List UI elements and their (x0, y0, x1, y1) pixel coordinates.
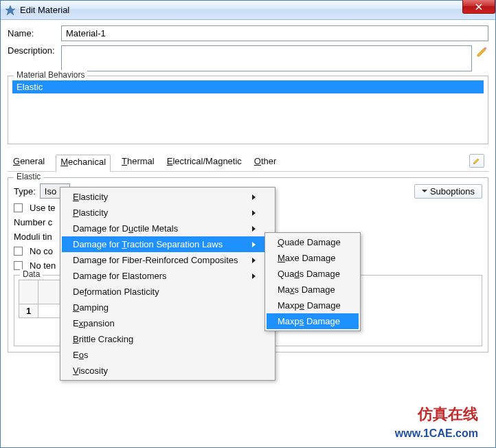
material-behaviors-group: Material Behaviors Elastic (8, 76, 488, 144)
menu-item[interactable]: Plasticity (62, 205, 273, 221)
footer-chinese: 仿真在线 (418, 404, 478, 425)
submenu-item[interactable]: Maxe Damage (267, 250, 359, 266)
mechanical-menu[interactable]: ElasticityPlasticityDamage for Ductile M… (60, 187, 275, 381)
table-header-blank (19, 280, 38, 304)
behaviors-group-label: Material Behaviors (14, 70, 87, 80)
svg-marker-0 (5, 5, 15, 15)
menu-item[interactable]: Damage for Traction Separation Laws (62, 236, 273, 252)
submenu-item[interactable]: Quads Damage (267, 266, 359, 282)
menu-item[interactable]: Expansion (62, 315, 273, 331)
moduli-label: Moduli tin (14, 232, 52, 242)
tab-thermal[interactable]: Thermal (120, 154, 156, 171)
window-title: Edit Material (20, 5, 69, 15)
number-c-label: Number c (14, 217, 52, 227)
menu-item[interactable]: Eos (62, 347, 273, 363)
description-input[interactable] (61, 45, 472, 71)
submenu-item[interactable]: Maxps Damage (267, 313, 359, 329)
no-cor-label: No co (30, 246, 53, 256)
menu-item[interactable]: Damage for Ductile Metals (62, 221, 273, 236)
tab-general[interactable]: General (12, 154, 46, 171)
close-button[interactable] (462, 0, 495, 14)
menu-item[interactable]: Elasticity (62, 189, 273, 205)
pencil-icon[interactable] (476, 45, 488, 58)
menu-item[interactable]: Viscosity (62, 363, 273, 379)
tab-electrical[interactable]: Electrical/Magnetic (166, 154, 243, 171)
behaviors-list[interactable]: Elastic (12, 80, 484, 139)
menu-item[interactable]: Damping (62, 300, 273, 315)
traction-submenu[interactable]: Quade DamageMaxe DamageQuads DamageMaxs … (264, 232, 361, 331)
menu-item[interactable]: Brittle Cracking (62, 331, 273, 347)
menu-item[interactable]: Damage for Fiber-Reinforced Composites (62, 252, 273, 268)
use-temp-checkbox[interactable] (14, 203, 23, 212)
use-temp-label: Use te (30, 203, 56, 213)
behavior-item-elastic[interactable]: Elastic (12, 80, 484, 93)
no-cor-checkbox[interactable] (14, 247, 23, 256)
suboptions-button[interactable]: Suboptions (414, 184, 482, 199)
name-label: Name: (8, 28, 61, 38)
edit-button[interactable] (469, 154, 484, 168)
menu-item[interactable]: Damage for Elastomers (62, 268, 273, 284)
elastic-group-label: Elastic (14, 172, 43, 181)
tab-other[interactable]: Other (253, 154, 278, 171)
tab-mechanical[interactable]: Mechanical (56, 155, 111, 172)
app-icon (5, 5, 16, 16)
footer-url: www.1CAE.com (395, 427, 478, 440)
row-number: 1 (19, 304, 38, 318)
category-menubar: General Mechanical Thermal Electrical/Ma… (8, 151, 488, 172)
titlebar: Edit Material (1, 1, 495, 20)
name-input[interactable] (61, 25, 488, 41)
description-label: Description: (8, 45, 61, 56)
submenu-item[interactable]: Quade Damage (267, 234, 359, 250)
submenu-item[interactable]: Maxs Damage (267, 282, 359, 298)
type-label: Type: (14, 186, 36, 197)
data-group-label: Data (20, 269, 43, 279)
submenu-item[interactable]: Maxpe Damage (267, 298, 359, 313)
chevron-down-icon (422, 188, 427, 194)
menu-item[interactable]: Deformation Plasticity (62, 284, 273, 300)
